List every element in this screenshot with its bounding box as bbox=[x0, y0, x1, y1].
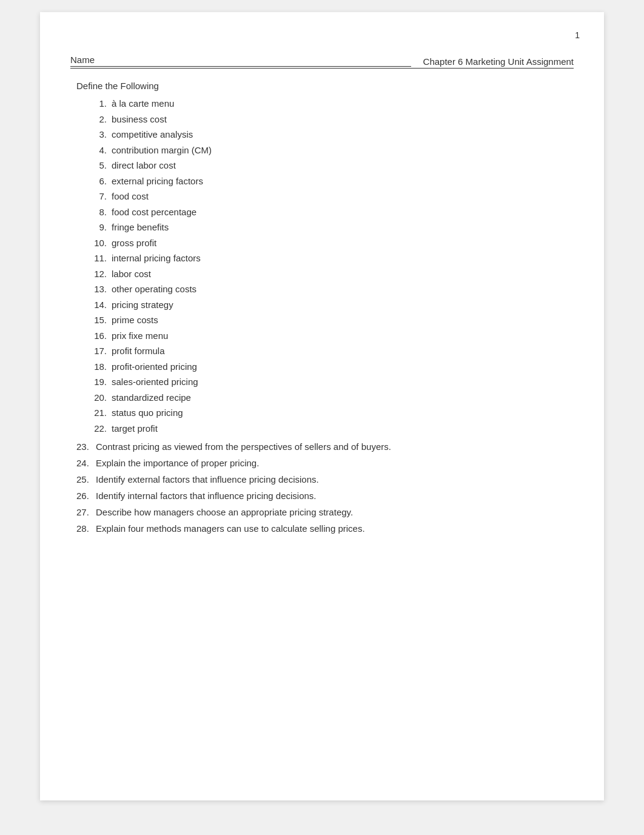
item-text: Identify external factors that influence… bbox=[96, 471, 319, 488]
list-item: 1.à la carte menu bbox=[89, 96, 574, 112]
list-item: 17.profit formula bbox=[89, 343, 574, 359]
list-item: 3.competitive analysis bbox=[89, 127, 574, 143]
item-text: Explain the importance of proper pricing… bbox=[96, 455, 259, 471]
long-list-item: 24.Explain the importance of proper pric… bbox=[76, 455, 574, 471]
header-row: Name Chapter 6 Marketing Unit Assignment bbox=[70, 55, 574, 69]
list-item: 15.prime costs bbox=[89, 312, 574, 328]
item-text: fringe benefits bbox=[112, 220, 169, 235]
item-text: Contrast pricing as viewed from the pers… bbox=[96, 438, 391, 455]
item-number: 6. bbox=[89, 173, 107, 189]
item-text: internal pricing factors bbox=[112, 250, 201, 266]
list-item: 21.status quo pricing bbox=[89, 405, 574, 421]
item-number: 17. bbox=[89, 343, 107, 359]
list-item: 16.prix fixe menu bbox=[89, 328, 574, 344]
section-title: Define the Following bbox=[76, 81, 574, 91]
item-number: 2. bbox=[89, 112, 107, 127]
item-text: direct labor cost bbox=[112, 158, 176, 173]
list-item: 5.direct labor cost bbox=[89, 158, 574, 173]
item-number: 16. bbox=[89, 328, 107, 344]
list-item: 14.pricing strategy bbox=[89, 297, 574, 313]
list-item: 6.external pricing factors bbox=[89, 173, 574, 189]
item-text: food cost bbox=[112, 189, 149, 204]
long-list-item: 25.Identify external factors that influe… bbox=[76, 471, 574, 488]
item-number: 23. bbox=[76, 438, 96, 455]
list-item: 8.food cost percentage bbox=[89, 204, 574, 220]
item-number: 26. bbox=[76, 488, 96, 504]
list-item: 22.target profit bbox=[89, 421, 574, 437]
list-item: 12.labor cost bbox=[89, 266, 574, 282]
list-item: 18.profit-oriented pricing bbox=[89, 359, 574, 375]
item-number: 9. bbox=[89, 220, 107, 235]
item-number: 8. bbox=[89, 204, 107, 220]
long-list-item: 23.Contrast pricing as viewed from the p… bbox=[76, 438, 574, 455]
long-list-item: 28.Explain four methods managers can use… bbox=[76, 520, 574, 537]
item-text: à la carte menu bbox=[112, 96, 174, 112]
item-text: labor cost bbox=[112, 266, 151, 282]
item-number: 7. bbox=[89, 189, 107, 204]
item-text: gross profit bbox=[112, 235, 156, 251]
item-number: 22. bbox=[89, 421, 107, 437]
list-item: 20.standardized recipe bbox=[89, 390, 574, 406]
list-item: 11.internal pricing factors bbox=[89, 250, 574, 266]
item-text: other operating costs bbox=[112, 281, 196, 297]
item-text: standardized recipe bbox=[112, 390, 191, 406]
item-number: 18. bbox=[89, 359, 107, 375]
list-item: 13.other operating costs bbox=[89, 281, 574, 297]
item-number: 25. bbox=[76, 471, 96, 488]
item-number: 19. bbox=[89, 374, 107, 390]
item-number: 20. bbox=[89, 390, 107, 406]
main-content: Define the Following 1.à la carte menu2.… bbox=[70, 81, 574, 537]
name-label: Name bbox=[70, 55, 252, 67]
item-text: status quo pricing bbox=[112, 405, 183, 421]
item-number: 21. bbox=[89, 405, 107, 421]
item-number: 10. bbox=[89, 235, 107, 251]
list-item: 7.food cost bbox=[89, 189, 574, 204]
item-text: food cost percentage bbox=[112, 204, 196, 220]
item-text: Explain four methods managers can use to… bbox=[96, 520, 365, 537]
item-number: 11. bbox=[89, 250, 107, 266]
item-number: 1. bbox=[89, 96, 107, 112]
item-text: pricing strategy bbox=[112, 297, 173, 313]
list-item: 19.sales-oriented pricing bbox=[89, 374, 574, 390]
list-item: 4.contribution margin (CM) bbox=[89, 143, 574, 158]
item-number: 13. bbox=[89, 281, 107, 297]
item-text: Describe how managers choose an appropri… bbox=[96, 504, 353, 520]
list-item: 2.business cost bbox=[89, 112, 574, 127]
item-text: prime costs bbox=[112, 312, 158, 328]
item-text: target profit bbox=[112, 421, 158, 437]
list-item: 9.fringe benefits bbox=[89, 220, 574, 235]
item-number: 5. bbox=[89, 158, 107, 173]
long-list-item: 26.Identify internal factors that influe… bbox=[76, 488, 574, 504]
item-number: 27. bbox=[76, 504, 96, 520]
item-number: 15. bbox=[89, 312, 107, 328]
item-number: 28. bbox=[76, 520, 96, 537]
item-text: external pricing factors bbox=[112, 173, 203, 189]
item-text: prix fixe menu bbox=[112, 328, 168, 344]
page-number: 1 bbox=[575, 30, 580, 40]
define-list: 1.à la carte menu2.business cost3.compet… bbox=[76, 96, 574, 436]
item-number: 14. bbox=[89, 297, 107, 313]
document-page: 1 Name Chapter 6 Marketing Unit Assignme… bbox=[40, 12, 604, 800]
list-item: 10.gross profit bbox=[89, 235, 574, 251]
item-text: business cost bbox=[112, 112, 167, 127]
long-list-item: 27.Describe how managers choose an appro… bbox=[76, 504, 574, 520]
chapter-title: Chapter 6 Marketing Unit Assignment bbox=[423, 56, 574, 67]
item-text: competitive analysis bbox=[112, 127, 193, 143]
item-number: 12. bbox=[89, 266, 107, 282]
item-text: profit-oriented pricing bbox=[112, 359, 197, 375]
item-number: 4. bbox=[89, 143, 107, 158]
item-text: sales-oriented pricing bbox=[112, 374, 198, 390]
item-text: contribution margin (CM) bbox=[112, 143, 212, 158]
item-number: 24. bbox=[76, 455, 96, 471]
item-text: Identify internal factors that influence… bbox=[96, 488, 317, 504]
item-number: 3. bbox=[89, 127, 107, 143]
item-text: profit formula bbox=[112, 343, 165, 359]
long-items-container: 23.Contrast pricing as viewed from the p… bbox=[76, 438, 574, 537]
